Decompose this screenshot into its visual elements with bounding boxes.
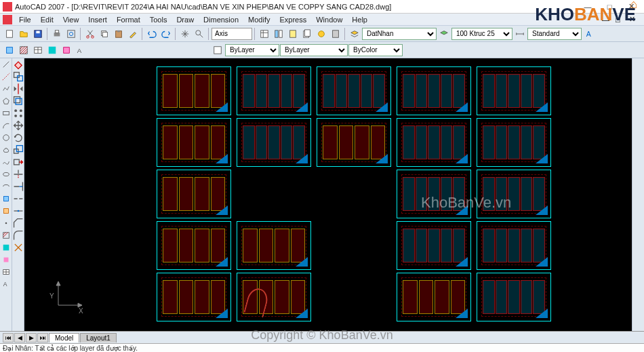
- zoom-button[interactable]: [193, 27, 206, 41]
- trim-button[interactable]: [12, 168, 24, 180]
- revision-cloud-button[interactable]: [0, 144, 12, 156]
- fillet-button[interactable]: [12, 229, 24, 241]
- save-button[interactable]: [31, 27, 45, 41]
- color-combo[interactable]: ByLayer: [225, 44, 279, 56]
- construction-line-button[interactable]: [0, 71, 12, 83]
- menu-file[interactable]: File: [15, 15, 35, 24]
- tab-prev-button[interactable]: ◀: [14, 333, 25, 343]
- dim-style-combo[interactable]: 100 Ktruc 25: [451, 28, 512, 40]
- table-tool-button[interactable]: [0, 266, 12, 278]
- layer-props-button[interactable]: [348, 27, 361, 41]
- stretch-button[interactable]: [12, 156, 24, 168]
- table-button[interactable]: [31, 43, 45, 57]
- menu-tools[interactable]: Tools: [146, 15, 172, 24]
- make-block-button[interactable]: [0, 205, 12, 217]
- menu-edit[interactable]: Edit: [37, 15, 58, 24]
- tool-palettes-button[interactable]: [286, 27, 300, 41]
- rotate-button[interactable]: [12, 132, 24, 144]
- menu-modify[interactable]: Modify: [244, 15, 274, 24]
- copy-object-button[interactable]: [12, 71, 24, 83]
- undo-button[interactable]: [145, 27, 159, 41]
- menu-help[interactable]: Help: [348, 15, 371, 24]
- svg-rect-49: [16, 146, 22, 152]
- draw-toolbar: A: [0, 58, 12, 331]
- doc-close-button[interactable]: ✕: [629, 15, 641, 24]
- break-button[interactable]: [12, 193, 24, 205]
- color-swatch[interactable]: [211, 43, 224, 57]
- match-prop-button[interactable]: [126, 27, 140, 41]
- tab-last-button[interactable]: ⏭: [37, 333, 48, 343]
- offset-button[interactable]: [12, 95, 24, 107]
- hatch-tool-button[interactable]: [0, 229, 12, 241]
- quickcalc-button[interactable]: [329, 27, 342, 41]
- new-button[interactable]: [3, 27, 16, 41]
- paste-button[interactable]: [112, 27, 125, 41]
- menu-window[interactable]: Window: [312, 15, 346, 24]
- gradient-tool-button[interactable]: [0, 241, 12, 254]
- markup-button[interactable]: [315, 27, 328, 41]
- print-button[interactable]: [50, 27, 64, 41]
- line-button[interactable]: [0, 58, 12, 71]
- doc-minimize-button[interactable]: —: [602, 16, 614, 24]
- join-button[interactable]: [12, 205, 24, 217]
- point-button[interactable]: [0, 217, 12, 229]
- menu-view[interactable]: View: [59, 15, 83, 24]
- tab-layout1[interactable]: Layout1: [80, 333, 117, 343]
- chamfer-button[interactable]: [12, 217, 24, 229]
- tab-model[interactable]: Model: [49, 333, 79, 343]
- text-style-button[interactable]: A: [582, 27, 596, 41]
- extend-button[interactable]: [12, 180, 24, 193]
- redo-button[interactable]: [159, 27, 173, 41]
- menu-format[interactable]: Format: [113, 15, 144, 24]
- doc-maximize-button[interactable]: □: [616, 16, 628, 24]
- region-tool-button[interactable]: [0, 254, 12, 266]
- sheet-set-button[interactable]: [300, 27, 314, 41]
- axis-combo[interactable]: [212, 28, 252, 40]
- scale-button[interactable]: [12, 144, 24, 156]
- polygon-button[interactable]: [0, 95, 12, 107]
- polyline-button[interactable]: [0, 83, 12, 95]
- properties-button[interactable]: [258, 27, 271, 41]
- linetype-combo[interactable]: ByLayer: [280, 44, 348, 56]
- open-button[interactable]: [17, 27, 31, 41]
- drawing-canvas[interactable]: Y X KhoBanVe.vn: [24, 58, 632, 331]
- plot-preview-button[interactable]: [64, 27, 78, 41]
- tab-first-button[interactable]: ⏮: [3, 333, 14, 343]
- circle-button[interactable]: [0, 132, 12, 144]
- erase-button[interactable]: [12, 58, 24, 71]
- mtext-tool-button[interactable]: A: [0, 278, 12, 290]
- menu-express[interactable]: Express: [275, 15, 310, 24]
- tab-next-button[interactable]: ▶: [26, 333, 37, 343]
- hatch-button[interactable]: [17, 43, 31, 57]
- close-button[interactable]: ✕: [621, 1, 641, 13]
- ellipse-arc-button[interactable]: [0, 180, 12, 193]
- spline-button[interactable]: [0, 156, 12, 168]
- move-button[interactable]: [12, 119, 24, 132]
- design-center-button[interactable]: [272, 27, 285, 41]
- menu-dimension[interactable]: Dimension: [199, 15, 243, 24]
- menu-insert[interactable]: Insert: [84, 15, 111, 24]
- region-button[interactable]: [60, 43, 73, 57]
- dim-linear-button[interactable]: [632, 58, 644, 71]
- mtext-button[interactable]: A: [74, 43, 87, 57]
- arc-button[interactable]: [0, 119, 12, 132]
- rectangle-button[interactable]: [0, 107, 12, 119]
- pan-button[interactable]: [178, 27, 192, 41]
- array-button[interactable]: [12, 107, 24, 119]
- lineweight-combo[interactable]: ByColor: [348, 44, 403, 56]
- text-style-combo[interactable]: Standard: [527, 28, 582, 40]
- maximize-button[interactable]: □: [599, 1, 620, 13]
- dim-button[interactable]: [513, 27, 527, 41]
- mirror-button[interactable]: [12, 83, 24, 95]
- gradient-button[interactable]: [45, 43, 59, 57]
- insert-block-button[interactable]: [0, 193, 12, 205]
- minimize-button[interactable]: —: [578, 1, 598, 13]
- block-button[interactable]: [3, 43, 16, 57]
- ellipse-button[interactable]: [0, 168, 12, 180]
- explode-button[interactable]: [12, 241, 24, 254]
- copy-button[interactable]: [98, 27, 111, 41]
- layer-previous-button[interactable]: [437, 27, 451, 41]
- menu-draw[interactable]: Draw: [172, 15, 198, 24]
- layer-combo[interactable]: DatNhan: [362, 28, 437, 40]
- cut-button[interactable]: [83, 27, 97, 41]
